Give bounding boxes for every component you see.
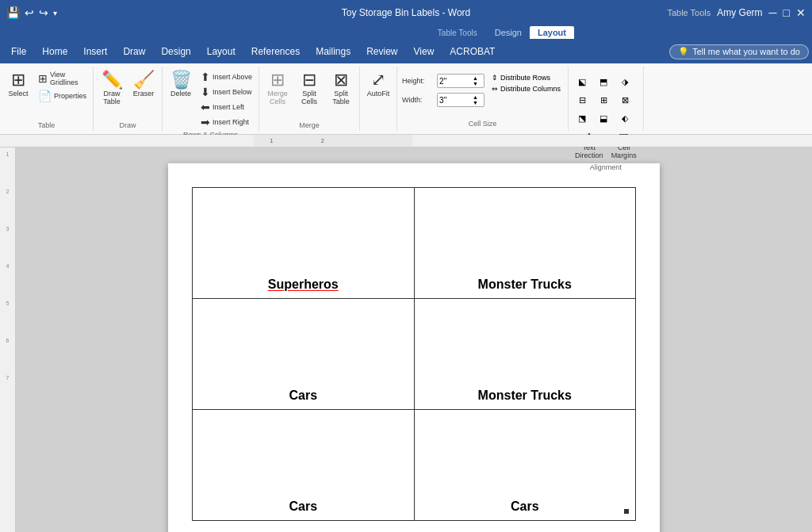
menu-insert[interactable]: Insert <box>75 43 115 60</box>
ribbon-group-autofit: ⤢ AutoFit <box>360 67 397 131</box>
save-icon[interactable]: 💾 <box>6 6 20 19</box>
tell-me-box[interactable]: 💡 Tell me what you want to do <box>669 44 809 59</box>
insert-below-button[interactable]: ⬇ Insert Below <box>197 85 255 99</box>
distribute-buttons: ⇕ Distribute Rows ⇔ Distribute Columns <box>489 73 563 94</box>
height-down-icon[interactable]: ▼ <box>473 81 478 86</box>
title-bar: 💾 ↩ ↪ ▾ Toy Storage Bin Labels - Word Ta… <box>0 0 812 25</box>
menu-design[interactable]: Design <box>153 43 198 60</box>
view-gridlines-button[interactable]: ⊞ ViewGridlines <box>35 70 90 87</box>
cell-monster-trucks-1[interactable]: Monster Trucks <box>414 188 636 299</box>
align-middle-left-button[interactable]: ⊟ <box>572 91 592 109</box>
ruler-corner <box>0 135 16 147</box>
undo-icon[interactable]: ↩ <box>25 6 34 19</box>
horizontal-ruler: 1 2 <box>16 135 812 147</box>
split-cells-button[interactable]: ⊟ SplitCells <box>294 70 324 108</box>
align-bottom-left-button[interactable]: ⬔ <box>572 109 592 127</box>
menu-view[interactable]: View <box>406 43 442 60</box>
design-tab-tt[interactable]: Design <box>487 26 530 39</box>
distribute-columns-label: Distribute Columns <box>500 85 561 93</box>
alignment-group-label: Alignment <box>590 162 622 173</box>
cell-text-monster-trucks-2: Monster Trucks <box>478 388 572 402</box>
menu-mailings[interactable]: Mailings <box>308 43 358 60</box>
ribbon-group-alignment: ⬕ ⬒ ⬗ ⊟ ⊞ ⊠ ⬔ ⬓ ⬖ A TextDirection ▣ Cell… <box>569 67 644 131</box>
menu-review[interactable]: Review <box>358 43 405 60</box>
eraser-button[interactable]: 🧹 Eraser <box>128 70 159 100</box>
delete-icon: 🗑️ <box>170 71 192 89</box>
page: Superheros Monster Trucks Cars Monster T… <box>168 163 660 532</box>
insert-right-button[interactable]: ➡ Insert Right <box>197 115 255 129</box>
autofit-button[interactable]: ⤢ AutoFit <box>363 70 393 100</box>
tell-me-text: Tell me what you want to do <box>692 47 800 56</box>
restore-icon[interactable]: □ <box>783 6 790 19</box>
document-content[interactable]: Superheros Monster Trucks Cars Monster T… <box>16 147 812 532</box>
split-table-icon: ⊠ <box>334 71 348 89</box>
cell-monster-trucks-2[interactable]: Monster Trucks <box>414 299 636 410</box>
merge-cells-button[interactable]: ⊞ MergeCells <box>262 70 293 108</box>
distribute-rows-label: Distribute Rows <box>500 74 550 82</box>
cursor-indicator <box>624 509 629 514</box>
align-top-right-button[interactable]: ⬗ <box>615 73 635 90</box>
gridlines-icon: ⊞ <box>38 72 48 85</box>
vertical-ruler: 1 2 3 4 5 6 7 <box>0 147 16 532</box>
minimize-icon[interactable]: ─ <box>769 6 777 19</box>
width-down-icon[interactable]: ▼ <box>473 100 478 105</box>
menu-acrobat[interactable]: ACROBAT <box>442 43 503 60</box>
align-bottom-center-button[interactable]: ⬓ <box>593 109 614 127</box>
insert-above-button[interactable]: ⬆ Insert Above <box>197 70 255 84</box>
insert-above-icon: ⬆ <box>201 71 210 83</box>
height-input[interactable]: ▲ ▼ <box>437 74 485 88</box>
align-middle-center-button[interactable]: ⊞ <box>593 91 614 109</box>
merge-cells-icon: ⊞ <box>270 71 285 89</box>
select-button[interactable]: ⊞ Select <box>3 70 33 100</box>
table-row: Cars Cars <box>193 410 636 521</box>
align-middle-right-button[interactable]: ⊠ <box>615 91 635 109</box>
title-bar-left: 💾 ↩ ↪ ▾ <box>6 6 57 19</box>
insert-left-button[interactable]: ⬅ Insert Left <box>197 100 255 114</box>
cell-superheros[interactable]: Superheros <box>193 188 415 299</box>
insert-right-icon: ➡ <box>201 116 210 128</box>
width-label: Width: <box>402 96 434 104</box>
delete-button[interactable]: 🗑️ Delete <box>166 70 196 100</box>
table-tools-label: Table Tools <box>667 8 710 17</box>
draw-table-button[interactable]: ✏️ DrawTable <box>97 70 127 108</box>
quick-access-toolbar: 💾 ↩ ↪ ▾ <box>6 6 57 19</box>
document-title: Toy Storage Bin Labels - Word <box>342 7 471 18</box>
autofit-icon: ⤢ <box>371 71 385 89</box>
redo-icon[interactable]: ↪ <box>39 6 48 19</box>
user-name[interactable]: Amy Germ <box>717 7 762 18</box>
ribbon: ⊞ Select ⊞ ViewGridlines 📄 Properties Ta… <box>0 63 812 135</box>
cell-text-cars-3: Cars <box>511 499 539 513</box>
split-cells-icon: ⊟ <box>302 71 316 89</box>
align-top-center-button[interactable]: ⬒ <box>593 73 614 90</box>
menu-layout[interactable]: Layout <box>199 43 243 60</box>
properties-button[interactable]: 📄 Properties <box>35 89 90 103</box>
menu-references[interactable]: References <box>243 43 308 60</box>
menu-bar: File Home Insert Draw Design Layout Refe… <box>0 40 812 63</box>
width-value[interactable] <box>439 96 471 105</box>
cell-cars-2[interactable]: Cars <box>193 410 415 521</box>
split-table-button[interactable]: ⊠ SplitTable <box>326 70 356 108</box>
width-up-icon[interactable]: ▲ <box>473 94 478 100</box>
table-group-label: Table <box>38 120 56 131</box>
distribute-columns-button[interactable]: ⇔ Distribute Columns <box>489 84 563 94</box>
align-top-left-button[interactable]: ⬕ <box>572 73 592 90</box>
content-table[interactable]: Superheros Monster Trucks Cars Monster T… <box>192 187 636 521</box>
cell-cars-3[interactable]: Cars <box>414 410 636 521</box>
cell-text-cars-2: Cars <box>289 499 317 513</box>
height-up-icon[interactable]: ▲ <box>473 75 478 81</box>
height-value[interactable] <box>439 77 471 86</box>
ribbon-group-table: ⊞ Select ⊞ ViewGridlines 📄 Properties Ta… <box>0 67 94 131</box>
table-row: Superheros Monster Trucks <box>193 188 636 299</box>
menu-file[interactable]: File <box>3 43 34 60</box>
layout-tab-tt[interactable]: Layout <box>530 26 574 39</box>
menu-home[interactable]: Home <box>34 43 75 60</box>
eraser-icon: 🧹 <box>133 71 155 89</box>
cell-cars-1[interactable]: Cars <box>193 299 415 410</box>
customize-icon[interactable]: ▾ <box>53 9 57 17</box>
align-bottom-right-button[interactable]: ⬖ <box>615 109 635 127</box>
menu-draw[interactable]: Draw <box>115 43 153 60</box>
close-icon[interactable]: ✕ <box>796 6 806 19</box>
distribute-rows-button[interactable]: ⇕ Distribute Rows <box>489 73 563 82</box>
ruler-area: 1 2 <box>0 135 812 147</box>
width-input[interactable]: ▲ ▼ <box>437 93 485 107</box>
